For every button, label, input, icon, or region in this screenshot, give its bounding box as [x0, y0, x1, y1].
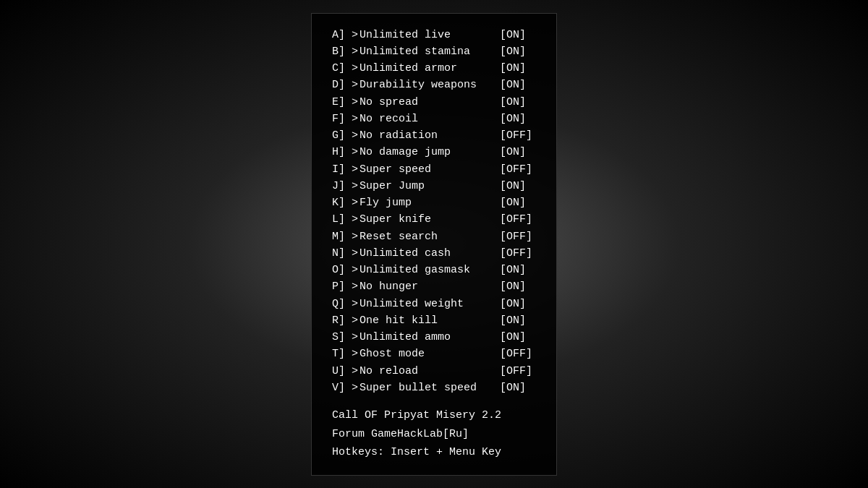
item-key: S] > — [332, 329, 358, 346]
item-status: [ON] — [500, 77, 536, 93]
menu-item[interactable]: S] > Unlimited ammo[ON] — [332, 329, 536, 346]
item-label: Unlimited gasmask — [359, 262, 488, 278]
item-key: E] > — [332, 94, 358, 111]
menu-item[interactable]: M] > Reset search[OFF] — [332, 228, 536, 245]
item-status: [ON] — [500, 178, 536, 194]
menu-item[interactable]: I] > Super speed[OFF] — [332, 161, 536, 178]
item-key: M] > — [332, 228, 358, 245]
item-key: F] > — [332, 111, 358, 127]
menu-item[interactable]: V] > Super bullet speed[ON] — [332, 380, 536, 396]
item-status: [ON] — [500, 111, 536, 127]
item-status: [ON] — [500, 94, 536, 111]
footer-line2: Forum GameHackLab[Ru] — [332, 425, 536, 444]
menu-item[interactable]: O] > Unlimited gasmask[ON] — [332, 262, 536, 278]
item-label: Unlimited cash — [359, 245, 488, 262]
item-label: Super speed — [359, 161, 488, 178]
item-label: Unlimited live — [359, 27, 488, 43]
item-key: H] > — [332, 144, 358, 160]
menu-item[interactable]: B] > Unlimited stamina[ON] — [332, 43, 536, 60]
item-label: Unlimited stamina — [359, 43, 488, 60]
item-key: A] > — [332, 27, 358, 43]
cheat-menu: A] > Unlimited live[ON]B] > Unlimited st… — [311, 13, 557, 476]
menu-item[interactable]: F] > No recoil[ON] — [332, 111, 536, 127]
item-label: No hunger — [359, 278, 488, 295]
item-key: L] > — [332, 211, 358, 228]
item-status: [ON] — [500, 144, 536, 160]
menu-item[interactable]: T] > Ghost mode[OFF] — [332, 346, 536, 362]
item-status: [ON] — [500, 43, 536, 60]
item-key: K] > — [332, 194, 358, 211]
menu-footer: Call OF Pripyat Misery 2.2 Forum GameHac… — [332, 406, 536, 462]
menu-item[interactable]: E] > No spread[ON] — [332, 94, 536, 111]
menu-item[interactable]: J] > Super Jump[ON] — [332, 178, 536, 194]
item-label: Super bullet speed — [359, 380, 488, 396]
item-label: Unlimited ammo — [359, 329, 488, 346]
menu-item[interactable]: L] > Super knife[OFF] — [332, 211, 536, 228]
item-status: [OFF] — [500, 211, 536, 228]
item-label: No recoil — [359, 111, 488, 127]
item-key: U] > — [332, 363, 358, 380]
menu-item[interactable]: H] > No damage jump[ON] — [332, 144, 536, 160]
item-key: V] > — [332, 380, 358, 396]
item-key: J] > — [332, 178, 358, 194]
item-status: [OFF] — [500, 245, 536, 262]
item-status: [OFF] — [500, 127, 536, 144]
menu-item[interactable]: D] > Durability weapons[ON] — [332, 77, 536, 93]
item-status: [ON] — [500, 60, 536, 77]
item-label: Reset search — [359, 228, 488, 245]
item-label: Super knife — [359, 211, 488, 228]
item-status: [OFF] — [500, 363, 536, 380]
item-key: C] > — [332, 60, 358, 77]
item-key: Q] > — [332, 296, 358, 312]
item-status: [ON] — [500, 194, 536, 211]
item-status: [ON] — [500, 329, 536, 346]
item-status: [OFF] — [500, 346, 536, 362]
item-key: I] > — [332, 161, 358, 178]
item-key: D] > — [332, 77, 358, 93]
item-label: Durability weapons — [359, 77, 488, 93]
menu-item[interactable]: R] > One hit kill[ON] — [332, 312, 536, 329]
menu-item[interactable]: N] > Unlimited cash[OFF] — [332, 245, 536, 262]
menu-item[interactable]: C] > Unlimited armor[ON] — [332, 60, 536, 77]
menu-item[interactable]: Q] > Unlimited weight[ON] — [332, 296, 536, 312]
item-key: G] > — [332, 127, 358, 144]
item-key: O] > — [332, 262, 358, 278]
item-label: One hit kill — [359, 312, 488, 329]
menu-item[interactable]: P] > No hunger[ON] — [332, 278, 536, 295]
item-label: No spread — [359, 94, 488, 111]
item-label: No radiation — [359, 127, 488, 144]
item-status: [ON] — [500, 296, 536, 312]
item-label: Super Jump — [359, 178, 488, 194]
item-status: [ON] — [500, 27, 536, 43]
menu-item[interactable]: K] > Fly jump[ON] — [332, 194, 536, 211]
item-key: B] > — [332, 43, 358, 60]
item-status: [ON] — [500, 380, 536, 396]
footer-line1: Call OF Pripyat Misery 2.2 — [332, 406, 536, 425]
item-label: Ghost mode — [359, 346, 488, 362]
item-label: Unlimited weight — [359, 296, 488, 312]
menu-item[interactable]: G] > No radiation[OFF] — [332, 127, 536, 144]
item-label: No damage jump — [359, 144, 488, 160]
menu-item[interactable]: A] > Unlimited live[ON] — [332, 27, 536, 43]
item-label: Fly jump — [359, 194, 488, 211]
item-label: Unlimited armor — [359, 60, 488, 77]
item-key: P] > — [332, 278, 358, 295]
item-status: [ON] — [500, 312, 536, 329]
item-key: R] > — [332, 312, 358, 329]
item-status: [OFF] — [500, 228, 536, 245]
item-status: [ON] — [500, 278, 536, 295]
menu-item[interactable]: U] > No reload[OFF] — [332, 363, 536, 380]
item-key: N] > — [332, 245, 358, 262]
item-label: No reload — [359, 363, 488, 380]
item-key: T] > — [332, 346, 358, 362]
item-status: [ON] — [500, 262, 536, 278]
item-status: [OFF] — [500, 161, 536, 178]
footer-line3: Hotkeys: Insert + Menu Key — [332, 443, 536, 462]
